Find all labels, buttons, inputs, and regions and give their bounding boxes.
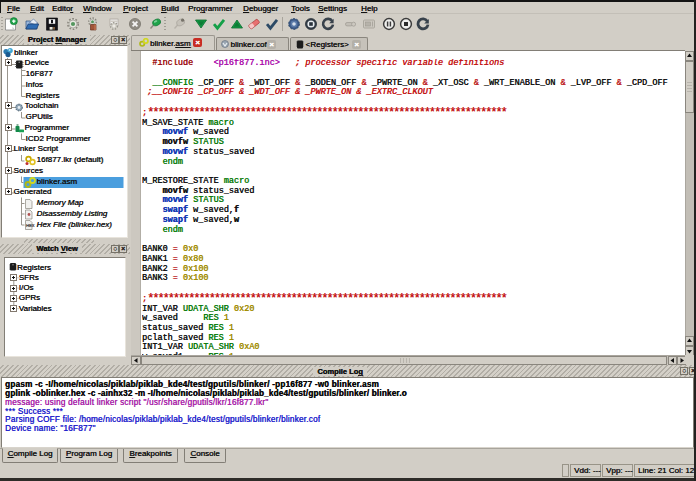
svg-text:HEX: HEX xyxy=(26,222,35,227)
